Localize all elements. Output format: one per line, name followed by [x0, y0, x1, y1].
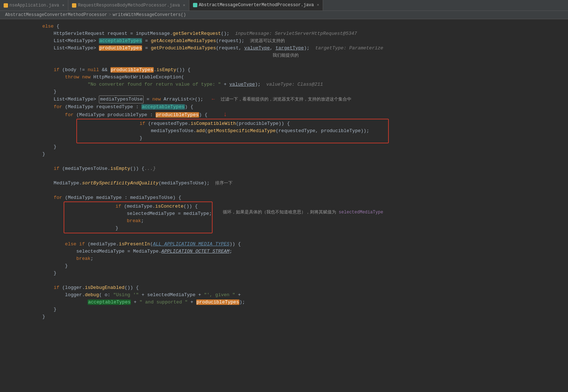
line-14: }: [77, 135, 388, 142]
line-31: acceptableTypes + " and supported " + pr…: [0, 299, 568, 306]
line-24: else if (mediaType.isPresentIn(ALL_APPLI…: [0, 241, 568, 248]
line-13: mediaTypesToUse.add(getMostSpecificMedia…: [77, 127, 388, 135]
line-29: if (logger.isDebugEnabled()) {: [0, 284, 568, 291]
line-blank6: [0, 277, 568, 284]
line-9: List<MediaType> mediaTypesToUse = new Ar…: [0, 95, 568, 103]
line-ann1: 我们能提供的: [0, 52, 568, 59]
line-32: }: [0, 306, 568, 313]
line-blank5: [0, 233, 568, 241]
line-26: break;: [0, 255, 568, 262]
line-19: for (MediaType mediaType : mediaTypesToU…: [0, 194, 568, 201]
breadcrumb: AbstractMessageConverterMethodProcessor …: [0, 11, 568, 19]
line-25: selectedMediaType = MediaType.APPLICATIO…: [0, 248, 568, 255]
line-blank3: [0, 172, 568, 180]
tab-icon-1: [4, 3, 8, 8]
line-16: }: [0, 151, 568, 158]
tab-close-1[interactable]: ×: [62, 3, 65, 8]
line-7: "No converter found for return value of …: [0, 81, 568, 88]
line-blank2: [0, 158, 568, 165]
line-2: HttpServletRequest request = inputMessag…: [0, 30, 568, 37]
breadcrumb-sep: >: [109, 12, 111, 17]
line-10: for (MediaType requestedType : acceptabl…: [0, 103, 568, 111]
tab-abstractmessage[interactable]: AbstractMessageConverterMethodProcessor.…: [189, 0, 323, 11]
line-23: }: [64, 225, 212, 232]
line-3: List<MediaType> acceptableTypes = getAcc…: [0, 37, 568, 45]
line-5: if (body != null && producibleTypes.isEm…: [0, 66, 568, 74]
line-17: if (mediaTypesToUse.isEmpty()) {...}: [0, 165, 568, 172]
line-28: }: [0, 270, 568, 277]
line-22: break;: [64, 217, 212, 225]
line-30: logger.debug( o: "Using '" + selectedMed…: [0, 291, 568, 299]
line-21: selectedMediaType = mediaType;: [64, 210, 212, 217]
tab-label-2: RequestResponseBodyMethodProcessor.java: [78, 3, 180, 8]
tab-nseapplication[interactable]: nseApplication.java ×: [0, 0, 68, 11]
line-12: if (requestedType.isCompatibleWith(produ…: [77, 120, 388, 127]
tab-label-1: nseApplication.java: [9, 3, 59, 8]
line-15: }: [0, 143, 568, 151]
line-8: }: [0, 88, 568, 95]
line-20: if (mediaType.isConcrete()) {: [64, 203, 212, 210]
tab-label-3: AbstractMessageConverterMethodProcessor.…: [199, 3, 314, 8]
tab-requestresponsebody[interactable]: RequestResponseBodyMethodProcessor.java …: [68, 0, 189, 11]
breadcrumb-part1[interactable]: AbstractMessageConverterMethodProcessor: [5, 12, 107, 17]
line-6: throw new HttpMessageNotWritableExceptio…: [0, 74, 568, 81]
line-18: MediaType.sortBySpecificityAndQuality(me…: [0, 180, 568, 187]
line-blank4: [0, 187, 568, 194]
tab-close-3[interactable]: ×: [317, 3, 319, 7]
tab-icon-2: [72, 3, 76, 8]
tab-bar: nseApplication.java × RequestResponseBod…: [0, 0, 568, 11]
breadcrumb-part2[interactable]: writeWithMessageConverters(): [113, 12, 186, 17]
line-blank1: [0, 59, 568, 66]
tab-close-2[interactable]: ×: [183, 3, 185, 8]
line-33: }: [0, 313, 568, 320]
line-4: List<MediaType> producibleTypes = getPro…: [0, 45, 568, 52]
line-27: }: [0, 262, 568, 270]
code-area[interactable]: else { HttpServletRequest request = inpu…: [0, 19, 568, 389]
tab-icon-3: [193, 3, 197, 7]
line-11: for (MediaType producibleType : producib…: [0, 111, 568, 119]
line-1: else {: [0, 23, 568, 30]
